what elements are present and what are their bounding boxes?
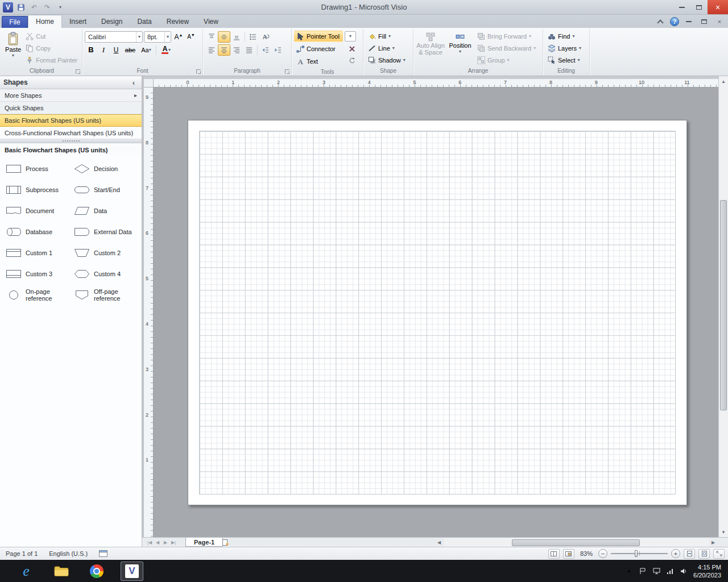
close-button[interactable]: × [708, 0, 728, 14]
fullscreen-button[interactable] [713, 549, 725, 559]
more-shapes-item[interactable]: More Shapes ▸ [0, 89, 142, 102]
shape-master-custom-1[interactable]: Custom 1 [3, 242, 72, 263]
tab-file[interactable]: File [2, 16, 28, 28]
page-tab[interactable]: Page-1 [185, 538, 223, 547]
shape-master-off-page[interactable]: Off-page reference [72, 284, 140, 305]
save-button[interactable] [16, 2, 26, 13]
taskbar-app-visio[interactable]: V [121, 562, 143, 581]
shape-master-custom-3[interactable]: Custom 3 [3, 263, 72, 284]
help-button[interactable]: ? [670, 17, 679, 26]
italic-button[interactable]: I [97, 44, 110, 56]
shape-master-decision[interactable]: Decision [72, 158, 140, 179]
text-tool-button[interactable]: A Text [294, 56, 344, 67]
shrink-font-button[interactable]: A▼ [185, 31, 197, 43]
justify-button[interactable] [243, 44, 255, 56]
fit-page-button[interactable] [684, 549, 695, 559]
shadow-button[interactable]: Shadow ▾ [366, 54, 411, 66]
cut-button[interactable]: Cut [23, 30, 80, 42]
shape-master-custom-2[interactable]: Custom 2 [72, 242, 140, 263]
switch-windows-button[interactable] [548, 549, 560, 559]
zoom-level[interactable]: 83% [578, 550, 595, 557]
scroll-right-button[interactable]: ▶ [709, 538, 717, 546]
vertical-scrollbar[interactable]: ▲ ▼ [718, 76, 728, 537]
minimize-ribbon-button[interactable] [655, 17, 666, 26]
quick-shapes-item[interactable]: Quick Shapes [0, 102, 142, 114]
align-right-button[interactable] [230, 44, 243, 56]
next-page-button[interactable]: ▶ [162, 538, 169, 546]
action-center-flag-icon[interactable] [639, 567, 647, 575]
font-dialog-launcher-icon[interactable] [196, 69, 201, 74]
document-close-button[interactable]: × [714, 17, 725, 26]
group-button[interactable]: Group ▾ [475, 54, 538, 66]
minimize-button[interactable] [673, 0, 690, 14]
drawing-viewport[interactable] [154, 88, 718, 537]
pan-zoom-window-button[interactable] [563, 549, 574, 559]
taskbar-app-chrome[interactable] [85, 562, 108, 581]
shape-master-start-end[interactable]: Start/End [72, 179, 140, 200]
paragraph-dialog-launcher-icon[interactable] [285, 69, 289, 74]
align-center-button[interactable] [218, 44, 230, 56]
tab-data[interactable]: Data [130, 15, 159, 28]
format-painter-button[interactable]: Format Painter [23, 54, 80, 66]
text-direction-button[interactable]: A [259, 31, 272, 43]
zoom-out-button[interactable]: − [598, 549, 607, 558]
document-minimize-button[interactable] [683, 17, 694, 26]
first-page-button[interactable]: |◀ [146, 538, 154, 546]
undo-button[interactable]: ↶ [29, 2, 39, 13]
strikethrough-button[interactable]: abe [122, 44, 138, 56]
clipboard-dialog-launcher-icon[interactable] [76, 69, 80, 74]
scroll-left-button[interactable]: ◀ [435, 538, 443, 546]
align-middle-button[interactable] [218, 31, 230, 43]
copy-button[interactable]: Copy [23, 42, 80, 54]
align-left-button[interactable] [205, 44, 218, 56]
tab-review[interactable]: Review [159, 15, 196, 28]
visio-logo-icon[interactable]: V [3, 2, 13, 13]
layers-button[interactable]: Layers ▾ [545, 42, 587, 54]
drawing-page[interactable] [188, 120, 687, 505]
increase-indent-button[interactable] [272, 44, 284, 56]
horizontal-scrollbar[interactable] [444, 538, 709, 547]
display-icon[interactable] [652, 567, 660, 575]
text-block-tool-button[interactable] [346, 56, 358, 67]
page-indicator[interactable]: Page 1 of 1 [0, 547, 43, 560]
last-page-button[interactable]: ▶| [169, 538, 177, 546]
grow-font-button[interactable]: A▲ [172, 31, 185, 43]
shape-master-data[interactable]: Data [72, 200, 140, 221]
volume-icon[interactable] [680, 567, 688, 575]
scroll-down-button[interactable]: ▼ [719, 527, 728, 537]
taskbar-app-internet-explorer[interactable]: e [15, 562, 38, 581]
zoom-slider-thumb[interactable] [635, 550, 638, 557]
shape-master-database[interactable]: Database [3, 221, 72, 242]
h-ruler[interactable]: 01234567891011 [154, 79, 718, 88]
vertical-scroll-thumb[interactable] [720, 200, 727, 410]
stencil-splitter[interactable] [0, 139, 142, 143]
bring-forward-button[interactable]: Bring Forward ▾ [475, 30, 538, 42]
send-backward-button[interactable]: Send Backward ▾ [475, 42, 538, 54]
insert-page-button[interactable] [220, 538, 231, 546]
shape-master-on-page[interactable]: On-page reference [3, 284, 72, 305]
zoom-slider[interactable] [611, 549, 668, 558]
fill-button[interactable]: Fill ▾ [366, 30, 411, 42]
shape-master-custom-4[interactable]: Custom 4 [72, 263, 140, 284]
tool-dropdown-button[interactable]: ▾ [345, 31, 356, 41]
language-indicator[interactable]: English (U.S.) [43, 547, 93, 560]
find-button[interactable]: Find ▾ [545, 30, 587, 42]
change-case-button[interactable]: Aa▾ [138, 44, 154, 56]
document-restore-button[interactable] [698, 17, 710, 26]
shape-master-subprocess[interactable]: Subprocess [3, 179, 72, 200]
paste-button[interactable]: Paste ▾ [4, 30, 22, 66]
customize-qat-button[interactable]: ▾ [55, 2, 65, 13]
font-size-select[interactable]: 8pt. ▾ [144, 31, 171, 43]
horizontal-scroll-thumb[interactable] [512, 539, 640, 546]
shape-master-external-data[interactable]: External Data [72, 221, 140, 242]
underline-button[interactable]: U [110, 44, 122, 56]
tab-home[interactable]: Home [28, 15, 62, 28]
show-hidden-icons-button[interactable]: ▲ [625, 567, 633, 575]
tab-insert[interactable]: Insert [62, 15, 94, 28]
taskbar-app-file-explorer[interactable] [50, 562, 73, 581]
position-button[interactable]: Position ▾ [446, 30, 474, 66]
page-grid[interactable] [199, 131, 676, 494]
bullets-button[interactable] [247, 31, 259, 43]
auto-align-space-button[interactable]: Auto Align & Space [416, 30, 445, 66]
stencil-item[interactable]: Basic Flowchart Shapes (US units) [0, 114, 142, 127]
